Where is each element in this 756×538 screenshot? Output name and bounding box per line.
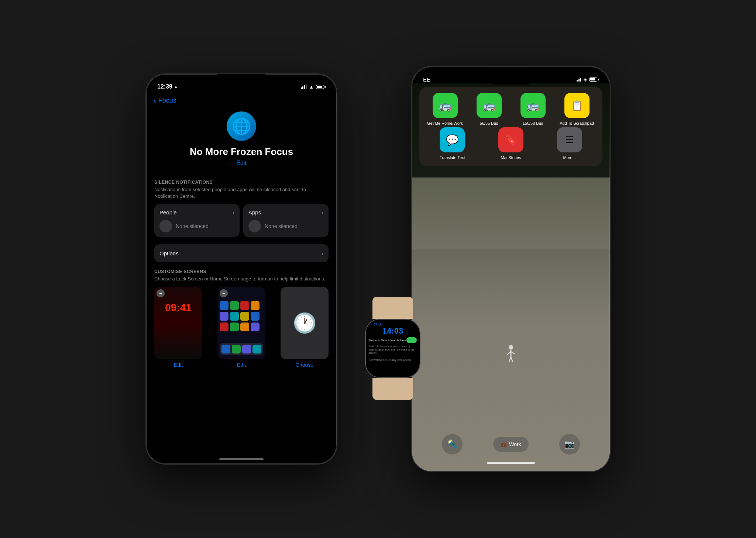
shortcut-translate[interactable]: 💬 Translate Text bbox=[425, 127, 480, 160]
right-battery-fill bbox=[590, 78, 595, 80]
status-icons-right: ▲ bbox=[301, 84, 326, 90]
choose-screen-item: 🕐 Choose bbox=[281, 287, 329, 368]
globe-icon: 🌐 bbox=[232, 117, 251, 135]
lock-screen-edit-label[interactable]: Edit bbox=[174, 362, 183, 368]
people-card-header: People › bbox=[159, 209, 234, 215]
apps-card-body: None silenced bbox=[248, 220, 323, 232]
lock-bottom: 🔦 💼 Work 📷 bbox=[412, 434, 610, 464]
home-screen-thumbnail: − bbox=[217, 287, 265, 359]
bus-icon-3: 🚌 bbox=[526, 100, 539, 112]
watch-wrapper: ‹ < Clock 14:03 Swipe to Switch Watch Fa… bbox=[360, 297, 426, 374]
watch-spacer bbox=[369, 355, 417, 357]
shortcut-5655-bus[interactable]: 🚌 56/55 Bus bbox=[469, 93, 509, 126]
shortcut-icon-bg-green-1: 🚌 bbox=[433, 93, 458, 118]
shortcut-more[interactable]: ☰ More... bbox=[542, 127, 597, 160]
list-icon: ☰ bbox=[565, 134, 574, 146]
home-indicator-left[interactable] bbox=[219, 458, 264, 460]
torch-icon: 🔦 bbox=[447, 439, 457, 449]
note-icon: 📋 bbox=[571, 100, 583, 111]
home-screen-minus-btn[interactable]: − bbox=[220, 289, 228, 297]
vol-down-button[interactable] bbox=[145, 176, 146, 198]
shortcut-macstories[interactable]: 🔖 MacStories bbox=[484, 127, 538, 160]
apps-none-label: None silenced bbox=[265, 223, 298, 229]
home-icon-2 bbox=[230, 301, 239, 310]
lock-screen-thumbnail: − 09:41 bbox=[154, 287, 202, 359]
status-bar-left: 12:39 ▲ ▲ bbox=[146, 74, 337, 93]
choose-label[interactable]: Choose bbox=[296, 362, 313, 368]
dock-icon-3 bbox=[242, 345, 251, 354]
signal-bar-4 bbox=[306, 85, 307, 89]
shortcut-15858-bus[interactable]: 🚌 158/58 Bus bbox=[513, 93, 553, 126]
watch-back-chevron: ‹ bbox=[369, 323, 370, 326]
vol-up-button[interactable] bbox=[145, 148, 146, 170]
phone-right: EE ⚡ ◈ bbox=[411, 66, 611, 472]
shortcut-icon-bg-green-2: 🚌 bbox=[477, 93, 502, 118]
child-figure bbox=[505, 344, 516, 364]
location-icon: ▲ bbox=[174, 85, 178, 89]
home-icon-11 bbox=[240, 323, 249, 331]
lock-screen-bg bbox=[154, 287, 202, 359]
shortcut-get-me-home[interactable]: 🚌 Get Me Home/Work bbox=[425, 93, 465, 126]
shortcut-scratchpad[interactable]: 📋 Add To Scratchpad bbox=[557, 93, 597, 126]
people-icon-dot bbox=[159, 220, 172, 232]
dock-icon-1 bbox=[221, 345, 230, 354]
signal-bars bbox=[301, 85, 307, 89]
svg-point-0 bbox=[509, 345, 513, 349]
silence-row: People › None silenced Apps › bbox=[154, 204, 329, 237]
focus-title: No More Frozen Focus bbox=[190, 146, 293, 158]
shortcut-label-7: More... bbox=[563, 155, 576, 160]
home-indicator-right[interactable] bbox=[487, 462, 535, 464]
home-icon-1 bbox=[220, 301, 228, 310]
watch-toggle-label: Swipe to Switch Watch Face bbox=[369, 339, 406, 342]
options-label: Options bbox=[159, 250, 179, 256]
phone-right-content: EE ⚡ ◈ bbox=[412, 67, 610, 471]
briefcase-icon: 💼 bbox=[501, 441, 507, 447]
focus-edit-link[interactable]: Edit bbox=[236, 160, 247, 166]
dock bbox=[220, 343, 263, 355]
torch-button[interactable]: 🔦 bbox=[442, 434, 463, 455]
right-battery-tip bbox=[598, 79, 599, 80]
time-display: 12:39 bbox=[157, 83, 172, 90]
r-signal-bar-3 bbox=[580, 78, 581, 82]
back-nav[interactable]: ‹ Focus bbox=[146, 93, 337, 108]
svg-line-5 bbox=[511, 357, 513, 362]
customise-heading: CUSTOMISE SCREENS bbox=[154, 269, 329, 274]
apps-chevron-icon: › bbox=[322, 210, 323, 215]
lock-bottom-row: 🔦 💼 Work 📷 bbox=[412, 434, 610, 455]
shortcut-label-2: 56/55 Bus bbox=[480, 121, 498, 126]
back-chevron-icon: ‹ bbox=[154, 96, 156, 105]
battery-tip bbox=[324, 86, 326, 88]
bus-icon-2: 🚌 bbox=[482, 100, 495, 112]
options-chevron-icon: › bbox=[322, 251, 323, 256]
battery-fill bbox=[317, 86, 322, 88]
shortcuts-row-1: 🚌 Get Me Home/Work 🚌 56/55 Bus 🚌 bbox=[425, 93, 597, 126]
apps-card[interactable]: Apps › None silenced bbox=[243, 204, 329, 237]
camera-icon: 📷 bbox=[564, 439, 574, 449]
shortcut-icon-bg-yellow: 📋 bbox=[564, 93, 590, 118]
home-icon-4 bbox=[251, 301, 260, 310]
wallpaper-path bbox=[412, 177, 610, 471]
power-button[interactable] bbox=[337, 163, 337, 192]
watch-toggle-switch[interactable] bbox=[406, 337, 417, 343]
watch-back-nav[interactable]: ‹ < Clock bbox=[369, 323, 417, 326]
dynamic-island bbox=[489, 71, 533, 85]
watch-time-display: 14:03 bbox=[369, 326, 417, 336]
people-card-title: People bbox=[159, 209, 177, 215]
right-power-button[interactable] bbox=[610, 170, 611, 200]
right-status-icons: ◈ bbox=[577, 77, 599, 82]
home-screen-edit-label[interactable]: Edit bbox=[237, 362, 246, 368]
lock-screen-minus-btn[interactable]: − bbox=[157, 289, 165, 297]
home-icon-3 bbox=[240, 301, 249, 310]
watch-band-bottom bbox=[372, 378, 413, 400]
people-card[interactable]: People › None silenced bbox=[154, 204, 240, 237]
speech-icon: 💬 bbox=[446, 134, 459, 146]
watch-toggle-row: Swipe to Switch Watch Face bbox=[369, 337, 417, 343]
home-icon-12 bbox=[251, 323, 260, 331]
camera-button[interactable]: 📷 bbox=[559, 434, 580, 455]
r-signal-bar-2 bbox=[578, 79, 580, 82]
options-row[interactable]: Options › bbox=[154, 244, 329, 262]
work-button[interactable]: 💼 Work bbox=[493, 437, 528, 452]
watch-back-label: < Clock bbox=[371, 323, 382, 326]
watch-footer-label: Set Watch Face Display Time Ahead bbox=[369, 358, 417, 362]
choose-screen-thumbnail[interactable]: 🕐 bbox=[281, 287, 329, 359]
